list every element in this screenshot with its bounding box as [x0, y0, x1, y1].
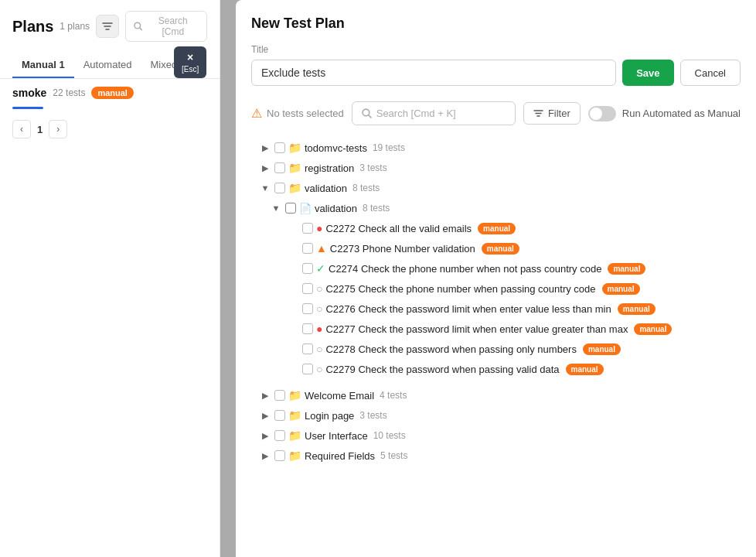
esc-close-icon: ×: [187, 51, 193, 63]
filter-button[interactable]: [96, 15, 119, 38]
tag-c2279: manual: [566, 364, 604, 375]
checkbox-c2274[interactable]: [302, 263, 313, 274]
folder-label-registration: registration: [305, 162, 354, 174]
pagination: ‹ 1 ›: [0, 114, 220, 145]
file-validation[interactable]: ▼ 📄 validation 8 tests: [251, 198, 741, 218]
test-tree: ▶ 📁 todomvc-tests 19 tests ▶ 📁 registrat…: [251, 138, 741, 466]
chevron-user-interface[interactable]: ▶: [259, 429, 271, 442]
svg-line-6: [369, 115, 371, 118]
title-input[interactable]: [251, 60, 616, 86]
folder-count-login-page: 3 tests: [359, 410, 387, 421]
test-row-c2277: ● C2277 Check the password limit when en…: [251, 319, 741, 339]
test-row-c2278: ○ C2278 Check the password when passing …: [251, 339, 741, 359]
status-icon-c2278: ○: [316, 343, 322, 355]
checkbox-welcome-email[interactable]: [274, 390, 285, 401]
test-label-c2278: C2278 Check the password when passing on…: [325, 343, 576, 355]
smoke-count: 22 tests: [53, 87, 85, 98]
svg-point-3: [135, 22, 141, 29]
checkbox-todomvc[interactable]: [274, 142, 285, 153]
prev-page-button[interactable]: ‹: [12, 120, 31, 138]
checkbox-registration[interactable]: [274, 162, 285, 173]
status-icon-c2279: ○: [316, 363, 322, 375]
folder-registration[interactable]: ▶ 📁 registration 3 tests: [251, 158, 741, 178]
test-label-c2277: C2277 Check the password limit when ente…: [325, 323, 628, 335]
file-count-validation: 8 tests: [363, 203, 390, 214]
folder-icon-user-interface: 📁: [288, 429, 301, 442]
filter-pill-button[interactable]: Filter: [523, 102, 581, 125]
folder-login-page[interactable]: ▶ 📁 Login page 3 tests: [251, 405, 741, 425]
chevron-registration[interactable]: ▶: [259, 162, 271, 174]
save-button[interactable]: Save: [622, 60, 673, 86]
cancel-button[interactable]: Cancel: [680, 60, 741, 86]
warning-icon: ⚠: [251, 106, 262, 121]
checkbox-validation[interactable]: [274, 183, 285, 193]
plans-count: 1 plans: [60, 21, 90, 32]
run-automated-toggle[interactable]: [588, 106, 616, 121]
esc-popup[interactable]: × [Esc]: [174, 46, 206, 78]
smoke-tag: manual: [91, 87, 134, 99]
test-row-c2273: ▲ C2273 Phone Number validation manual: [251, 238, 741, 258]
test-label-c2273: C2273 Phone Number validation: [330, 243, 475, 255]
folder-label-welcome-email: Welcome Email: [305, 390, 374, 402]
folder-label-validation: validation: [305, 183, 347, 194]
chevron-required-fields[interactable]: ▶: [259, 449, 271, 462]
folder-welcome-email[interactable]: ▶ 📁 Welcome Email 4 tests: [251, 385, 741, 405]
test-search-input[interactable]: Search [Cmd + K]: [352, 101, 516, 125]
folder-validation[interactable]: ▼ 📁 validation 8 tests: [251, 178, 741, 198]
folder-label-todomvc: todomvc-tests: [305, 142, 367, 154]
next-page-button[interactable]: ›: [49, 120, 67, 138]
modal-title: New Test Plan: [251, 15, 741, 32]
folder-required-fields[interactable]: ▶ 📁 Required Fields 5 tests: [251, 446, 741, 466]
status-icon-c2272: ●: [316, 222, 322, 234]
checkbox-c2278[interactable]: [302, 343, 313, 354]
folder-label-login-page: Login page: [305, 410, 354, 422]
checkbox-validation-file[interactable]: [285, 203, 296, 214]
folder-count-validation: 8 tests: [352, 183, 380, 193]
checkbox-c2276[interactable]: [302, 303, 313, 314]
folder-icon-required-fields: 📁: [288, 449, 301, 462]
folder-todomvc[interactable]: ▶ 📁 todomvc-tests 19 tests: [251, 138, 741, 158]
checkbox-login-page[interactable]: [274, 410, 285, 421]
folder-icon-welcome-email: 📁: [288, 389, 301, 402]
tag-c2276: manual: [618, 303, 656, 315]
checkbox-c2275[interactable]: [302, 283, 313, 294]
svg-point-5: [363, 109, 369, 116]
checkbox-c2273[interactable]: [302, 243, 313, 254]
test-row-c2275: ○ C2275 Check the phone number when pass…: [251, 278, 741, 299]
file-icon-validation: 📄: [299, 203, 312, 214]
checkbox-required-fields[interactable]: [274, 450, 285, 461]
chevron-login-page[interactable]: ▶: [259, 409, 271, 422]
folder-icon-todomvc: 📁: [288, 142, 301, 154]
run-automated-toggle-row: Run Automated as Manual: [588, 106, 741, 121]
current-page: 1: [37, 124, 43, 135]
folder-icon-validation: 📁: [288, 182, 301, 194]
checkbox-c2272[interactable]: [302, 223, 313, 234]
test-row-c2279: ○ C2279 Check the password when passing …: [251, 359, 741, 379]
tag-c2278: manual: [583, 343, 621, 355]
chevron-validation-file[interactable]: ▼: [270, 202, 282, 214]
checkbox-c2277[interactable]: [302, 323, 313, 334]
status-icon-c2277: ●: [316, 323, 322, 335]
filter-icon-modal: [533, 108, 543, 118]
test-label-c2279: C2279 Check the password when passing va…: [325, 364, 559, 375]
smoke-row[interactable]: smoke 22 tests manual: [0, 79, 220, 107]
tab-automated[interactable]: Automated: [74, 53, 141, 78]
chevron-welcome-email[interactable]: ▶: [259, 389, 271, 402]
checkbox-c2279[interactable]: [302, 364, 313, 374]
no-tests-warning: ⚠ No tests selected: [251, 106, 344, 121]
chevron-validation[interactable]: ▼: [259, 182, 271, 194]
tab-manual[interactable]: Manual 1: [12, 53, 74, 78]
status-icon-c2274: ✓: [316, 262, 325, 275]
search-icon-modal: [362, 108, 372, 118]
chevron-todomvc[interactable]: ▶: [259, 142, 271, 154]
test-label-c2275: C2275 Check the phone number when passin…: [325, 283, 595, 295]
folder-user-interface[interactable]: ▶ 📁 User Interface 10 tests: [251, 425, 741, 446]
search-icon: [134, 22, 142, 31]
plans-header: Plans 1 plans Search [Cmd: [0, 0, 220, 53]
plans-title: Plans: [12, 18, 53, 36]
folder-icon-login-page: 📁: [288, 409, 301, 422]
folder-count-todomvc: 19 tests: [373, 142, 405, 153]
checkbox-user-interface[interactable]: [274, 430, 285, 441]
smoke-label: smoke: [12, 87, 46, 99]
search-button[interactable]: Search [Cmd: [125, 11, 207, 42]
